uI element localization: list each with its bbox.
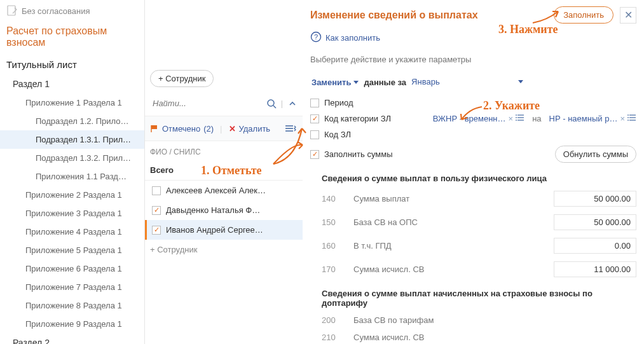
help-link-text: Как заполнить (325, 33, 380, 43)
period-checkbox[interactable] (310, 99, 319, 107)
clear-icon[interactable]: × (620, 114, 625, 123)
chevron-down-icon (353, 81, 359, 84)
employee-checkbox[interactable] (152, 206, 161, 215)
help-icon: ? (310, 31, 322, 45)
section1-heading: Сведения о сумме выплат в пользу физичес… (303, 166, 644, 187)
data-row: 160В т.ч. ГПД0.00 (303, 234, 644, 258)
row-value-input[interactable]: 50 000.00 (554, 191, 636, 207)
nav-item[interactable]: Раздел 1 (0, 74, 144, 93)
collapse-icon[interactable] (287, 97, 298, 111)
row-value-input[interactable]: 11 000.00 (554, 261, 636, 277)
nav-item[interactable]: Подраздел 1.3.2. Прил… (0, 149, 144, 167)
month-dropdown[interactable]: Январь (410, 74, 524, 90)
employee-name: Давыденко Наталья Ф… (166, 205, 260, 215)
total-row: Всего (145, 160, 303, 181)
employee-row[interactable]: Давыденко Наталья Ф… (145, 200, 303, 220)
employee-name: Алексеев Алексей Алек… (166, 186, 266, 195)
row-value-input[interactable]: 50 000.00 (554, 214, 636, 230)
svg-point-1 (268, 100, 274, 106)
nav-item[interactable]: Приложение 7 Раздела 1 (0, 278, 144, 296)
svg-point-20 (627, 117, 629, 118)
change-panel: Изменение сведений о выплатах Заполнить … (303, 0, 644, 344)
delete-icon: ✕ (229, 124, 236, 134)
data-row: 150База СВ на ОПС50 000.00 (303, 210, 644, 234)
nav-item[interactable]: Приложение 5 Раздела 1 (0, 241, 144, 259)
code-cat-checkbox[interactable] (310, 114, 319, 123)
nav-item[interactable]: Приложение 1 Раздела 1 (0, 93, 144, 112)
svg-line-2 (273, 106, 276, 108)
action-dropdown[interactable]: Заменить (310, 75, 360, 90)
data-row: 170Сумма исчисл. СВ11 000.00 (303, 258, 644, 281)
svg-point-21 (627, 120, 629, 121)
search-input[interactable] (150, 95, 263, 112)
action-mid-text: данные за (364, 78, 406, 87)
employee-name: Иванов Андрей Сергее… (166, 225, 263, 235)
delete-label: Удалить (239, 124, 271, 134)
code-zl-label: Код ЗЛ (324, 130, 351, 139)
delete-button[interactable]: ✕ Удалить (229, 124, 271, 134)
month-dropdown-label: Январь (411, 77, 440, 86)
employee-panel: + Сотрудник | Отмечено(2) | ✕ Удалить ФИ… (145, 0, 303, 344)
row-label: Сумма исчисл. СВ (353, 265, 545, 274)
nav-list: Титульный листРаздел 1Приложение 1 Разде… (0, 55, 144, 344)
list-icon[interactable] (516, 114, 524, 123)
row-label: База СВ по тарифам (353, 315, 636, 325)
help-link[interactable]: ? Как заполнить (303, 26, 644, 50)
nav-item[interactable]: Приложение 8 Раздела 1 (0, 296, 144, 315)
data-row: 140Сумма выплат50 000.00 (303, 187, 644, 210)
panel-title: Изменение сведений о выплатах (310, 10, 547, 21)
fill-sums-checkbox[interactable] (310, 150, 319, 159)
code-cat-to-select[interactable]: НР - наемный р… × (549, 114, 636, 123)
hint-text: Выберите действие и укажите параметры (303, 50, 644, 69)
row-value-input[interactable]: 0.00 (554, 238, 636, 254)
svg-point-19 (627, 114, 629, 116)
search-icon[interactable] (266, 97, 277, 111)
section1-rows: 140Сумма выплат50 000.00150База СВ на ОП… (303, 187, 644, 281)
row-code: 200 (322, 315, 345, 325)
row-label: В т.ч. ГПД (353, 241, 545, 251)
flag-icon (150, 124, 159, 133)
nav-item[interactable]: Приложение 3 Раздела 1 (0, 204, 144, 223)
svg-text:?: ? (314, 33, 318, 41)
chevron-down-icon (518, 80, 523, 83)
row-label: Сумма исчисл. СВ (353, 333, 636, 342)
data-row: 210Сумма исчисл. СВ (303, 329, 644, 344)
close-button[interactable]: ✕ (620, 7, 636, 24)
code-zl-checkbox[interactable] (310, 130, 319, 139)
action-dropdown-label: Заменить (312, 78, 351, 87)
nav-item[interactable]: Подраздел 1.2. Прило… (0, 112, 144, 130)
nav-item[interactable]: Приложение 2 Раздела 1 (0, 186, 144, 204)
nav-item[interactable]: Приложение 9 Раздела 1 (0, 315, 144, 333)
data-row: 200База СВ по тарифам (303, 312, 644, 329)
code-cat-from-select[interactable]: ВЖНР - временн… × (433, 114, 525, 123)
row-code: 210 (322, 333, 345, 342)
period-label: Период (324, 98, 353, 107)
row-code: 160 (322, 241, 345, 251)
marked-button[interactable]: Отмечено(2) (150, 124, 214, 134)
employee-row[interactable]: Алексеев Алексей Алек… (145, 181, 303, 200)
svg-rect-0 (8, 6, 15, 15)
add-employee-bottom[interactable]: + Сотрудник (145, 240, 303, 259)
list-icon[interactable] (627, 114, 636, 123)
clear-icon[interactable]: × (509, 114, 514, 123)
nav-item[interactable]: Приложение 6 Раздела 1 (0, 259, 144, 278)
reset-sums-button[interactable]: Обнулить суммы (555, 146, 636, 163)
approval-status-text: Без согласования (22, 6, 90, 16)
svg-point-13 (516, 114, 517, 116)
nav-item[interactable]: Раздел 2 (0, 333, 144, 344)
nav-item[interactable]: Титульный лист (0, 55, 144, 74)
row-code: 170 (322, 265, 345, 274)
code-cat-from-text: ВЖНР - временн… (433, 114, 506, 123)
employee-checkbox[interactable] (152, 186, 161, 195)
doc-status-icon (6, 5, 18, 17)
employee-checkbox[interactable] (152, 226, 161, 235)
nav-item[interactable]: Приложение 4 Раздела 1 (0, 223, 144, 241)
nav-item[interactable]: Приложения 1.1 Разд… (0, 167, 144, 186)
add-employee-button[interactable]: + Сотрудник (150, 70, 214, 87)
row-label: Сумма выплат (353, 194, 545, 203)
fill-button[interactable]: Заполнить (554, 6, 613, 24)
employee-row[interactable]: Иванов Андрей Сергее… (145, 220, 303, 240)
sort-icon[interactable] (284, 121, 298, 135)
section2-rows: 200База СВ по тарифам210Сумма исчисл. СВ (303, 312, 644, 344)
nav-item[interactable]: Подраздел 1.3.1. Прил… (0, 130, 144, 149)
